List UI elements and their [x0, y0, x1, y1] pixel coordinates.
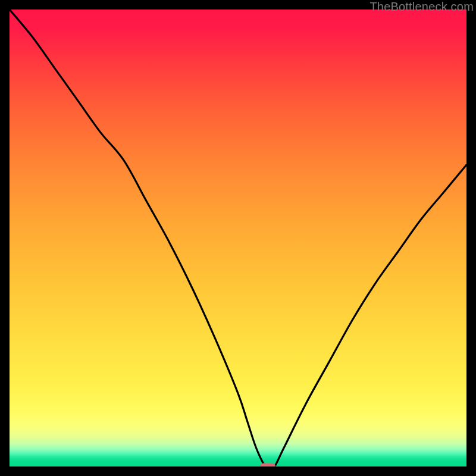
plot-area: [10, 10, 466, 466]
chart-frame: TheBottleneck.com: [0, 0, 476, 476]
watermark-text: TheBottleneck.com: [369, 0, 474, 14]
optimal-point-marker: [260, 464, 275, 467]
bottleneck-curve: [10, 10, 466, 466]
